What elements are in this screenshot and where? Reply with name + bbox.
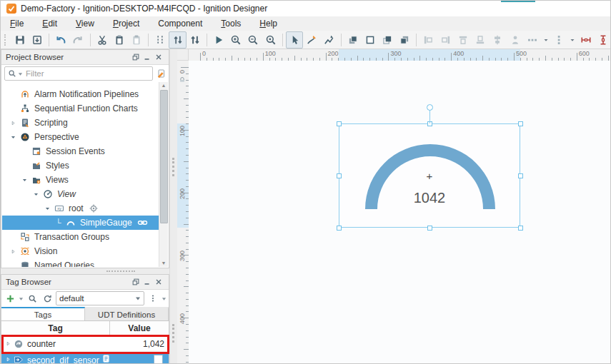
close-panel-button[interactable] [153, 51, 164, 63]
bring-to-front-button[interactable] [344, 31, 361, 49]
polyline-tool-button[interactable] [320, 31, 337, 49]
redo-button[interactable] [69, 31, 86, 49]
tree-item-transaction-groups[interactable]: Transaction Groups [2, 230, 159, 244]
bring-forward-button[interactable] [379, 31, 396, 49]
distribute-horizontal-button[interactable] [524, 31, 541, 49]
selection-handle[interactable] [427, 226, 432, 231]
menu-file[interactable]: File [1, 16, 33, 31]
menu-edit[interactable]: Edit [33, 16, 66, 31]
tag-provider-select[interactable]: default [56, 291, 144, 305]
menu-project[interactable]: Project [104, 16, 149, 31]
selection-handle[interactable] [518, 121, 523, 126]
tree-item-session-events[interactable]: Session Events [2, 144, 159, 158]
save-button[interactable] [11, 31, 29, 49]
rotation-handle[interactable] [427, 104, 433, 111]
match-width-button[interactable] [577, 31, 595, 49]
zoom-out-button[interactable] [244, 31, 262, 49]
tree-item-named-queries[interactable]: Named Queries [2, 258, 159, 267]
tree-item-sequential-function-charts[interactable]: Sequential Function Charts [2, 101, 159, 116]
guides-button[interactable] [151, 31, 169, 49]
align-right-button[interactable] [437, 31, 454, 49]
menu-tools[interactable]: Tools [212, 16, 250, 31]
selection-handle[interactable] [337, 173, 342, 178]
tree-item-views[interactable]: Views [2, 173, 159, 187]
match-height-button[interactable] [595, 31, 611, 49]
column-header-value[interactable]: Value [110, 321, 169, 335]
tree-item-simplegauge[interactable]: └SimpleGauge [2, 216, 159, 230]
zoom-in-button[interactable] [227, 31, 244, 49]
expander-open-icon[interactable] [6, 134, 19, 141]
preview-toggle-button[interactable] [169, 31, 186, 49]
toolbar-grip[interactable] [4, 34, 9, 46]
tree-item-styles[interactable]: Styles [2, 158, 159, 173]
menu-component[interactable]: Component [149, 16, 212, 31]
add-tag-caret-icon[interactable] [19, 296, 24, 301]
anchor-button[interactable] [507, 31, 524, 49]
design-surface[interactable]: + 1042 [189, 61, 611, 364]
zoom-actual-button[interactable] [262, 31, 279, 49]
tree-item-view[interactable]: View [2, 187, 159, 201]
tag-row-counter[interactable]: counter1,042 [1, 336, 169, 352]
expander-open-icon[interactable] [29, 191, 42, 198]
close-panel-button[interactable] [153, 276, 164, 288]
menu-view[interactable]: View [66, 16, 104, 31]
menu-help[interactable]: Help [250, 16, 287, 31]
selection-handle[interactable] [518, 173, 523, 178]
tree-item-root[interactable]: xyroot [2, 201, 159, 216]
tree-item-vision[interactable]: Vision [2, 244, 159, 258]
expander-closed-icon[interactable] [6, 248, 19, 255]
undo-button[interactable] [52, 31, 69, 49]
pointer-button[interactable] [286, 31, 303, 49]
add-tag-button[interactable] [4, 292, 16, 305]
align-bottom-button[interactable] [472, 31, 489, 49]
expander-open-icon[interactable] [18, 177, 31, 183]
minimize-panel-button[interactable] [141, 51, 153, 63]
expander-closed-icon[interactable] [6, 120, 19, 126]
distribute-vertical-button[interactable] [550, 31, 567, 49]
refresh-tags-button[interactable] [41, 292, 54, 305]
scroll-down-icon[interactable]: ▼ [159, 260, 168, 267]
tag-options-kebab-button[interactable] [146, 292, 159, 305]
scrollbar-thumb[interactable] [160, 90, 168, 223]
edit-locate-icon[interactable] [156, 69, 166, 79]
search-tags-button[interactable] [26, 292, 39, 305]
save-project-button[interactable] [29, 31, 46, 49]
tab-udt-definitions[interactable]: UDT Definitions [85, 307, 169, 320]
align-top-button[interactable] [454, 31, 472, 49]
tree-item-alarm-notification-pipelines[interactable]: Alarm Notification Pipelines [2, 87, 159, 101]
selection-handle[interactable] [337, 121, 342, 126]
project-tree-scrollbar[interactable]: ▲ ▼ [159, 82, 168, 267]
kebab-caret-icon[interactable] [162, 296, 167, 301]
cut-button[interactable] [93, 31, 110, 49]
send-backward-button[interactable] [396, 31, 413, 49]
scroll-up-icon[interactable]: ▲ [159, 82, 168, 89]
align-center-button[interactable] [489, 31, 506, 49]
preview-mode-button[interactable] [187, 31, 204, 49]
project-filter-input[interactable] [24, 69, 149, 79]
tab-tags[interactable]: Tags [1, 307, 85, 320]
expander-closed-icon[interactable] [3, 340, 13, 347]
project-filter-box[interactable] [4, 66, 153, 81]
copy-button[interactable] [111, 31, 128, 49]
minimize-panel-button[interactable] [141, 276, 153, 288]
float-panel-button[interactable] [130, 51, 141, 63]
caret-down-button[interactable] [541, 31, 550, 49]
panel-splitter-horizontal[interactable] [1, 268, 169, 274]
selection-handle[interactable] [518, 226, 523, 231]
caret-down-button[interactable] [567, 31, 577, 49]
play-button[interactable] [210, 31, 227, 49]
paste-button[interactable] [128, 31, 145, 49]
column-header-tag[interactable]: Tag [1, 321, 110, 335]
align-left-button[interactable] [419, 31, 437, 49]
tag-value-checkbox[interactable] [154, 355, 163, 364]
send-to-back-button[interactable] [362, 31, 379, 49]
expander-closed-icon[interactable] [3, 356, 13, 363]
tree-item-scripting[interactable]: Scripting [2, 116, 159, 130]
tree-item-perspective[interactable]: Perspective [2, 130, 159, 144]
simple-gauge-component[interactable]: + 1042 [339, 123, 520, 228]
path-tool-button[interactable] [303, 31, 320, 49]
selection-handle[interactable] [337, 226, 342, 231]
float-panel-button[interactable] [130, 276, 141, 288]
expander-open-icon[interactable] [41, 206, 54, 212]
tag-row-second_dif_sensor[interactable]: second_dif_sensor [1, 352, 169, 364]
